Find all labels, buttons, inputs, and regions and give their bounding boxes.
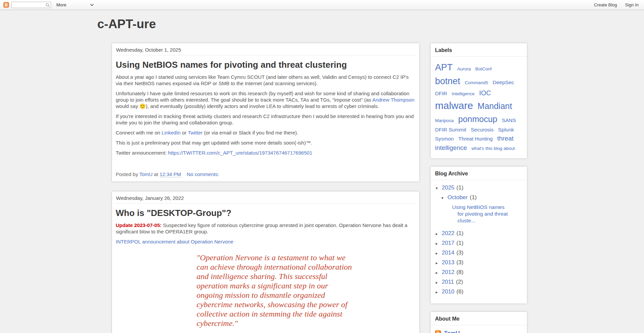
archive-year-link[interactable]: 2010 xyxy=(442,288,454,295)
archive-year-link[interactable]: 2011 xyxy=(442,279,454,285)
label-link[interactable]: Aurora xyxy=(457,66,471,71)
chevron-down-icon xyxy=(90,2,94,7)
post-card-2: Wednesday, January 26, 2022 Who is "DESK… xyxy=(112,191,419,333)
post-paragraph: Unfortunately I have quite limited resou… xyxy=(116,90,416,109)
paragraph-text: This is just a preliminary post that may… xyxy=(116,140,312,146)
label-link[interactable]: botnet xyxy=(435,76,460,86)
archive-month-row: ▼ October (1) xyxy=(435,194,523,201)
post-title[interactable]: Who is "DESKTOP-Group"? xyxy=(116,208,416,218)
navbar-right: Create Blog Sign In xyxy=(594,2,639,7)
author-link[interactable]: TomU xyxy=(140,171,153,177)
post-paragraph: If you're interested in tracking threat … xyxy=(116,113,416,126)
blog-archive-heading: Blog Archive xyxy=(431,167,527,180)
expand-arrow-icon[interactable]: ► xyxy=(435,261,439,265)
post-date: Wednesday, January 26, 2022 xyxy=(116,191,416,204)
post-paragraph: Connect with me on LinkedIn or Twitter (… xyxy=(116,129,416,136)
blog-title[interactable]: c-APT-ure xyxy=(97,17,156,31)
archive-count: (1) xyxy=(457,230,464,237)
label-link[interactable]: malware xyxy=(435,100,473,111)
archive-count: (1) xyxy=(470,194,477,201)
comments-link[interactable]: No comments: xyxy=(187,171,219,177)
archive-post-row: Using NetBIOS names for pivoting and thr… xyxy=(435,204,523,224)
post-card-1: Wednesday, October 1, 2025 Using NetBIOS… xyxy=(112,43,419,181)
about-me-widget: About Me B TomU View my complete profile xyxy=(431,312,527,333)
expand-arrow-icon[interactable]: ► xyxy=(435,232,439,236)
archive-year-link[interactable]: 2022 xyxy=(442,230,454,237)
posted-by-text: Posted by xyxy=(116,171,140,177)
paragraph-text: Twitter announcement: xyxy=(116,150,168,156)
archive-year-link[interactable]: 2025 xyxy=(442,184,454,191)
post-paragraph: INTERPOL announcement about Operation Ne… xyxy=(116,238,416,245)
archive-year-row: ► 2012 (8) xyxy=(435,269,523,276)
label-link[interactable]: DeepSec xyxy=(493,79,514,85)
label-link[interactable]: Command5 xyxy=(465,80,488,85)
label-link[interactable]: BotConf xyxy=(475,66,492,71)
archive-count: (6) xyxy=(457,288,464,295)
label-link[interactable]: DFIR Summit xyxy=(435,127,466,132)
archive-count: (3) xyxy=(457,249,464,256)
archive-post-link[interactable]: Using NetBIOS names for pivoting and thr… xyxy=(452,204,512,224)
archive-year-link[interactable]: 2014 xyxy=(442,249,454,256)
blogger-icon[interactable]: B xyxy=(3,2,9,8)
label-link[interactable]: IOC xyxy=(479,89,491,97)
expand-arrow-icon[interactable]: ► xyxy=(435,252,439,255)
search-icon[interactable] xyxy=(45,3,50,7)
post-title[interactable]: Using NetBIOS names for pivoting and thr… xyxy=(116,60,416,70)
label-link[interactable]: Mariposa xyxy=(435,118,454,123)
content-wrapper: c-APT-ure Wednesday, October 1, 2025 Usi… xyxy=(97,10,527,333)
expand-arrow-icon[interactable]: ► xyxy=(435,271,439,275)
post-paragraph: Update 2023-07-05: Suspected key figure … xyxy=(116,222,416,235)
expand-arrow-icon[interactable]: ► xyxy=(435,290,439,294)
archive-list: ▼ 2025 (1) ▼ October (1) Using NetBIOS n… xyxy=(431,180,527,303)
label-link[interactable]: Mandiant xyxy=(478,101,512,111)
expand-arrow-icon[interactable]: ► xyxy=(435,281,439,284)
archive-year-link[interactable]: 2012 xyxy=(442,269,454,276)
navbar-search xyxy=(11,2,51,8)
labels-widget: Labels APT Aurora BotConf botnet Command… xyxy=(431,43,527,158)
paragraph-text: Connect with me on xyxy=(116,130,162,135)
post-footer: Posted by TomU at 12:34 PMNo comments: xyxy=(116,171,416,181)
labels-heading: Labels xyxy=(431,43,527,57)
label-link[interactable]: Securosis xyxy=(471,127,493,132)
expand-arrow-icon[interactable]: ► xyxy=(435,242,439,245)
archive-year-row: ► 2011 (2) xyxy=(435,279,523,285)
post-paragraph: Twitter announcement: https://TWITTER.co… xyxy=(116,150,416,156)
sign-in-link[interactable]: Sign In xyxy=(625,2,639,7)
paragraph-text: If you're interested in tracking threat … xyxy=(116,113,414,125)
paragraph-text: (or via email or Slack if you find me th… xyxy=(203,130,298,135)
label-link[interactable]: Threat Hunting xyxy=(458,136,493,142)
label-link[interactable]: what's this blog about xyxy=(472,146,515,151)
label-link[interactable]: APT xyxy=(435,62,453,72)
label-link[interactable]: DFIR xyxy=(435,91,447,96)
archive-year-row: ▼ 2025 (1) xyxy=(435,184,523,191)
timestamp-link[interactable]: 12:34 PM xyxy=(160,171,181,177)
twitter-announcement-link[interactable]: https://TWITTER.com/c_APT_ure/status/197… xyxy=(168,150,312,156)
label-link[interactable]: Intelligence xyxy=(452,91,475,96)
archive-year-link[interactable]: 2013 xyxy=(442,259,454,266)
archive-month-link[interactable]: October xyxy=(447,194,468,201)
label-link[interactable]: Sysmon xyxy=(435,136,454,142)
create-blog-link[interactable]: Create Blog xyxy=(594,2,617,7)
about-me-heading: About Me xyxy=(431,312,527,325)
twitter-link[interactable]: Twitter xyxy=(188,130,203,135)
archive-year-link[interactable]: 2017 xyxy=(442,240,454,246)
andrew-thompson-link[interactable]: Andrew Thompson xyxy=(372,97,415,103)
blogger-profile-icon: B xyxy=(435,330,441,333)
collapse-arrow-icon[interactable]: ▼ xyxy=(435,186,439,190)
label-link[interactable]: ponmocup xyxy=(458,114,497,124)
label-link[interactable]: SANS xyxy=(502,117,516,123)
more-label: More xyxy=(56,2,66,7)
collapse-arrow-icon[interactable]: ▼ xyxy=(441,196,445,200)
paragraph-text: About a year ago I started using service… xyxy=(116,74,409,86)
post-date: Wednesday, October 1, 2025 xyxy=(116,43,416,55)
navbar-more-dropdown[interactable]: More xyxy=(56,2,94,7)
paragraph-text: Unfortunately I have quite limited resou… xyxy=(116,91,409,103)
profile-name-link[interactable]: TomU xyxy=(444,330,460,333)
blog-archive-widget: Blog Archive ▼ 2025 (1) ▼ October (1) Us… xyxy=(431,167,527,303)
linkedin-link[interactable]: LinkedIn xyxy=(162,130,181,135)
at-text: at xyxy=(153,171,160,177)
sidebar: Labels APT Aurora BotConf botnet Command… xyxy=(431,43,527,333)
interpol-announcement-link[interactable]: INTERPOL announcement about Operation Ne… xyxy=(116,239,233,244)
label-link[interactable]: Splunk xyxy=(498,127,514,132)
labels-cloud: APT Aurora BotConf botnet Command5 DeepS… xyxy=(431,57,527,158)
